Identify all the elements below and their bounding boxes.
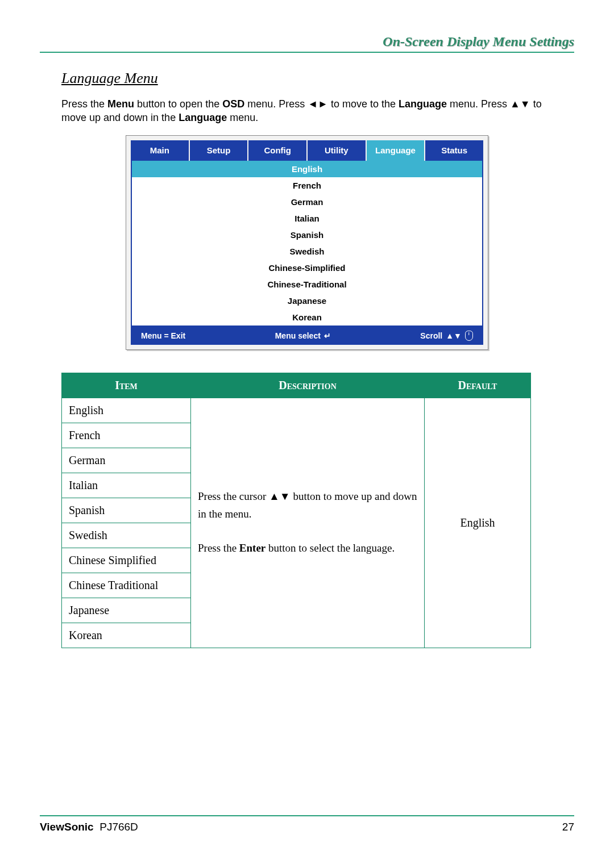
osd-lang-english[interactable]: English xyxy=(132,161,482,177)
osd-lang-japanese[interactable]: Japanese xyxy=(132,293,482,309)
item-cell: Chinese Simplified xyxy=(62,548,191,573)
table-header-row: Item Description Default xyxy=(62,373,531,398)
footer-model: PJ766D xyxy=(99,821,138,833)
arrows-up-down-icon: ▲▼ xyxy=(510,98,530,110)
item-cell: Swedish xyxy=(62,523,191,548)
osd-lang-chinese-traditional[interactable]: Chinese-Traditional xyxy=(132,276,482,293)
item-cell: Chinese Traditional xyxy=(62,573,191,598)
osd-lang-spanish[interactable]: Spanish xyxy=(132,227,482,243)
text: menu. Press xyxy=(244,98,308,110)
item-cell: Italian xyxy=(62,473,191,498)
arrows-up-down-icon: ▲▼ xyxy=(446,331,462,340)
col-default: Default xyxy=(425,373,531,398)
osd-footer-scroll: Scroll ▲▼ xyxy=(420,331,473,341)
text: Press the xyxy=(198,542,239,554)
footer-rule xyxy=(40,815,574,816)
osd-lang-german[interactable]: German xyxy=(132,194,482,210)
osd-tabs: Main Setup Config Utility Language Statu… xyxy=(131,140,483,161)
col-description: Description xyxy=(191,373,425,398)
osd-footer-select: Menu select ↵ xyxy=(275,331,331,340)
item-cell: French xyxy=(62,423,191,448)
text: menu. Press xyxy=(447,98,510,110)
section-title: Language Menu xyxy=(61,70,574,87)
osd-tab-main[interactable]: Main xyxy=(131,140,190,161)
arrows-up-down-icon: ▲▼ xyxy=(269,490,291,502)
item-cell: Japanese xyxy=(62,598,191,623)
osd-language-list: English French German Italian Spanish Sw… xyxy=(131,161,483,327)
osd-screenshot: Main Setup Config Utility Language Statu… xyxy=(126,135,488,350)
text-bold: Language xyxy=(399,98,447,110)
reference-table: Item Description Default English Press t… xyxy=(61,373,531,648)
description-cell: Press the cursor ▲▼ button to move up an… xyxy=(191,398,425,648)
footer-brand: ViewSonic PJ766D xyxy=(40,821,138,833)
mouse-icon xyxy=(465,331,473,341)
osd-footer: Menu = Exit Menu select ↵ Scroll ▲▼ xyxy=(131,327,483,345)
osd-lang-chinese-simplified[interactable]: Chinese-Simplified xyxy=(132,260,482,276)
item-cell: Spanish xyxy=(62,498,191,523)
table-row: English Press the cursor ▲▼ button to mo… xyxy=(62,398,531,423)
osd-lang-italian[interactable]: Italian xyxy=(132,210,482,227)
text: to move to the xyxy=(328,98,399,110)
header-title: On-Screen Display Menu Settings xyxy=(40,34,574,49)
text: button to select the language. xyxy=(265,542,395,554)
text: Press the xyxy=(61,98,107,110)
text-bold: Language xyxy=(179,112,227,123)
arrows-left-right-icon: ◄► xyxy=(308,98,328,110)
text: button to open the xyxy=(134,98,222,110)
footer-brand-name: ViewSonic xyxy=(40,821,94,833)
osd-tab-language[interactable]: Language xyxy=(367,140,426,161)
osd-tab-config[interactable]: Config xyxy=(248,140,308,161)
page-footer: ViewSonic PJ766D 27 xyxy=(40,815,574,833)
item-cell: English xyxy=(62,398,191,423)
osd-lang-korean[interactable]: Korean xyxy=(132,309,482,326)
osd-tab-setup[interactable]: Setup xyxy=(190,140,249,161)
osd-lang-swedish[interactable]: Swedish xyxy=(132,243,482,260)
text: Press the cursor xyxy=(198,490,269,502)
page-number: 27 xyxy=(562,821,574,833)
osd-tab-status[interactable]: Status xyxy=(425,140,483,161)
item-cell: German xyxy=(62,448,191,473)
text-bold: Menu xyxy=(107,98,134,110)
default-cell: English xyxy=(425,398,531,648)
osd-footer-scroll-label: Scroll xyxy=(420,331,442,340)
osd-lang-french[interactable]: French xyxy=(132,177,482,194)
text: menu. xyxy=(227,112,258,123)
intro-paragraph: Press the Menu button to open the OSD me… xyxy=(61,97,569,125)
item-cell: Korean xyxy=(62,623,191,648)
text-bold: OSD xyxy=(222,98,244,110)
osd-footer-select-label: Menu select xyxy=(275,331,321,340)
header-rule xyxy=(40,52,574,53)
col-item: Item xyxy=(62,373,191,398)
enter-icon: ↵ xyxy=(324,331,331,340)
osd-footer-exit: Menu = Exit xyxy=(141,331,185,340)
text-bold: Enter xyxy=(239,542,265,554)
osd-tab-utility[interactable]: Utility xyxy=(308,140,367,161)
